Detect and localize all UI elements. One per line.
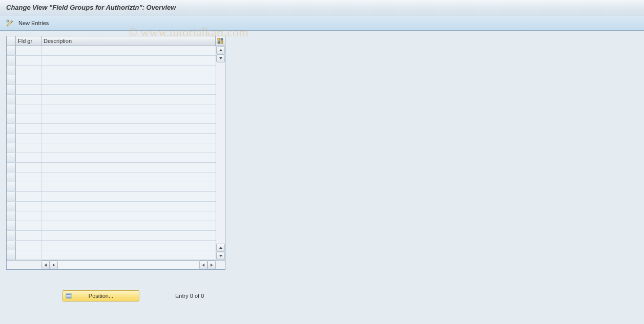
scroll-down-button[interactable] bbox=[216, 54, 225, 62]
description-input[interactable] bbox=[41, 241, 216, 250]
description-input[interactable] bbox=[41, 250, 216, 260]
description-input[interactable] bbox=[41, 85, 216, 94]
description-cell bbox=[41, 134, 216, 143]
row-select[interactable] bbox=[7, 75, 16, 84]
row-select[interactable] bbox=[7, 124, 16, 133]
row-select[interactable] bbox=[7, 56, 16, 65]
description-input[interactable] bbox=[41, 202, 216, 211]
fldgr-input[interactable] bbox=[16, 134, 41, 143]
description-input[interactable] bbox=[41, 163, 216, 172]
fldgr-input[interactable] bbox=[16, 231, 41, 240]
row-select[interactable] bbox=[7, 114, 16, 123]
fldgr-input[interactable] bbox=[16, 172, 41, 182]
row-select[interactable] bbox=[7, 192, 16, 201]
fldgr-cell bbox=[16, 182, 41, 191]
description-input[interactable] bbox=[41, 182, 216, 191]
fldgr-input[interactable] bbox=[16, 192, 41, 201]
fldgr-input[interactable] bbox=[16, 163, 41, 172]
fldgr-input[interactable] bbox=[16, 124, 41, 133]
row-select[interactable] bbox=[7, 241, 16, 250]
description-input[interactable] bbox=[41, 66, 216, 75]
description-input[interactable] bbox=[41, 114, 216, 123]
row-select[interactable] bbox=[7, 231, 16, 240]
table-row bbox=[7, 85, 216, 95]
description-cell bbox=[41, 211, 216, 221]
row-select[interactable] bbox=[7, 163, 16, 172]
row-select[interactable] bbox=[7, 202, 16, 211]
row-select[interactable] bbox=[7, 221, 16, 230]
fldgr-input[interactable] bbox=[16, 202, 41, 211]
fldgr-cell bbox=[16, 46, 41, 55]
table-row bbox=[7, 95, 216, 104]
row-select[interactable] bbox=[7, 182, 16, 191]
description-input[interactable] bbox=[41, 95, 216, 104]
table-row bbox=[7, 46, 216, 56]
fldgr-input[interactable] bbox=[16, 46, 41, 55]
fldgr-input[interactable] bbox=[16, 85, 41, 94]
fldgr-input[interactable] bbox=[16, 250, 41, 260]
description-input[interactable] bbox=[41, 153, 216, 162]
table-settings-button[interactable] bbox=[216, 36, 225, 46]
description-input[interactable] bbox=[41, 56, 216, 65]
scroll-right-end-button[interactable] bbox=[207, 261, 216, 269]
description-cell bbox=[41, 163, 216, 172]
select-all-column-header[interactable] bbox=[7, 36, 16, 46]
fldgr-input[interactable] bbox=[16, 211, 41, 221]
scroll-left-button[interactable] bbox=[41, 261, 50, 269]
fldgr-input[interactable] bbox=[16, 143, 41, 153]
description-input[interactable] bbox=[41, 172, 216, 182]
row-select[interactable] bbox=[7, 250, 16, 260]
description-input[interactable] bbox=[41, 192, 216, 201]
fldgr-input[interactable] bbox=[16, 114, 41, 123]
scroll-down-bottom-button[interactable] bbox=[216, 252, 225, 260]
vertical-scroll-track[interactable] bbox=[216, 62, 225, 244]
description-input[interactable] bbox=[41, 75, 216, 84]
horizontal-scrollbar bbox=[7, 260, 225, 269]
row-select[interactable] bbox=[7, 143, 16, 153]
scroll-left-end-button[interactable] bbox=[199, 261, 207, 269]
row-select[interactable] bbox=[7, 153, 16, 162]
footer-actions: Position... Entry 0 of 0 bbox=[6, 290, 638, 301]
description-input[interactable] bbox=[41, 134, 216, 143]
row-select[interactable] bbox=[7, 85, 16, 94]
row-select[interactable] bbox=[7, 46, 16, 55]
scroll-up-button[interactable] bbox=[216, 46, 225, 54]
row-select[interactable] bbox=[7, 66, 16, 75]
scroll-right-inner-button[interactable] bbox=[50, 261, 58, 269]
description-cell bbox=[41, 221, 216, 230]
description-column-header[interactable]: Description bbox=[41, 36, 216, 46]
toggle-edit-icon[interactable] bbox=[6, 19, 14, 27]
row-select[interactable] bbox=[7, 95, 16, 104]
new-entries-button[interactable]: New Entries bbox=[18, 20, 49, 26]
fldgr-input[interactable] bbox=[16, 182, 41, 191]
description-input[interactable] bbox=[41, 221, 216, 230]
description-input[interactable] bbox=[41, 104, 216, 114]
fldgr-input[interactable] bbox=[16, 75, 41, 84]
scroll-up-bottom-button[interactable] bbox=[216, 244, 225, 252]
horizontal-scroll-track[interactable] bbox=[58, 261, 199, 269]
fldgr-input[interactable] bbox=[16, 56, 41, 65]
fldgr-input[interactable] bbox=[16, 153, 41, 162]
fldgr-input[interactable] bbox=[16, 241, 41, 250]
description-input[interactable] bbox=[41, 124, 216, 133]
table-row bbox=[7, 231, 216, 241]
position-button[interactable]: Position... bbox=[63, 290, 139, 301]
description-input[interactable] bbox=[41, 231, 216, 240]
table-row bbox=[7, 66, 216, 75]
table-row bbox=[7, 143, 216, 153]
fldgr-input[interactable] bbox=[16, 95, 41, 104]
fldgr-column-header[interactable]: Fld gr bbox=[16, 36, 41, 46]
svg-rect-7 bbox=[67, 296, 71, 296]
description-input[interactable] bbox=[41, 211, 216, 221]
fldgr-cell bbox=[16, 143, 41, 153]
fldgr-input[interactable] bbox=[16, 221, 41, 230]
description-input[interactable] bbox=[41, 143, 216, 153]
row-select[interactable] bbox=[7, 172, 16, 182]
description-input[interactable] bbox=[41, 46, 216, 55]
fldgr-input[interactable] bbox=[16, 104, 41, 114]
fldgr-input[interactable] bbox=[16, 66, 41, 75]
description-cell bbox=[41, 241, 216, 250]
row-select[interactable] bbox=[7, 104, 16, 114]
row-select[interactable] bbox=[7, 134, 16, 143]
row-select[interactable] bbox=[7, 211, 16, 221]
